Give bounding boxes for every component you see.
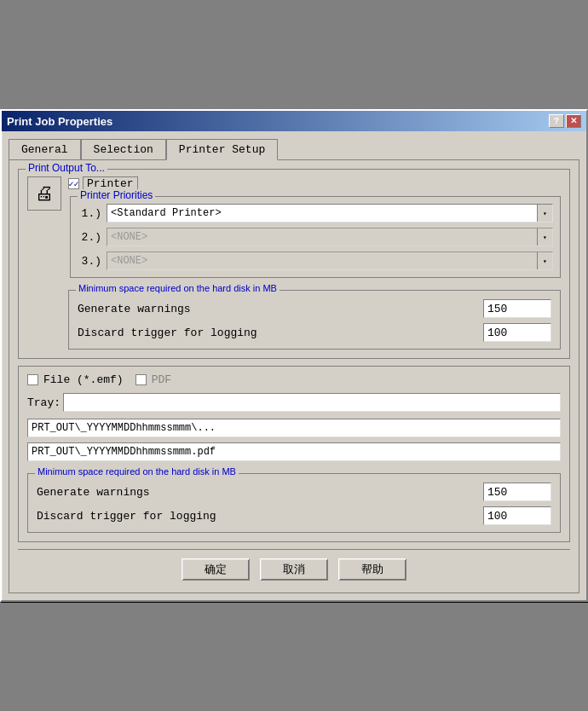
tab-printer-setup[interactable]: Printer Setup [166,139,278,160]
tray-row: Tray: [27,393,561,412]
file-checkbox-label: File (*.emf) [43,373,124,386]
generate-warnings-input-1[interactable] [483,299,551,318]
discard-trigger-input-1[interactable] [483,323,551,342]
generate-warnings-label-2: Generate warnings [37,486,483,499]
priority-3-select-wrapper: <NONE> ▾ [107,251,553,270]
discard-trigger-label-2: Discard trigger for logging [37,510,483,523]
min-space-group-1: Minimum space required on the hard disk … [68,290,561,350]
printer-priorities-group: Printer Priorities 1.) <Standard Printer… [70,196,561,278]
print-output-section: Print Output To... 🖨 ✓ Printer [18,169,570,359]
tray-input[interactable] [63,393,561,412]
discard-trigger-input-2[interactable] [483,506,551,525]
priority-2-label: 2.) [78,231,101,244]
priority-1-select-wrapper: <Standard Printer> ▾ [107,204,553,223]
title-bar: Print Job Properties ? ✕ [2,111,586,131]
section-top: 🖨 ✓ Printer Printer Priorities [27,176,561,350]
file-checkbox-row: File (*.emf) PDF [27,373,561,386]
file-section: File (*.emf) PDF Tray: Minimum space req… [18,366,570,542]
priority-1-label: 1.) [78,207,101,220]
tab-general[interactable]: General [9,139,81,160]
generate-warnings-row-1: Generate warnings [78,299,551,318]
printer-icon: 🖨 [35,182,54,205]
file-checkbox[interactable] [27,374,38,385]
discard-trigger-label-1: Discard trigger for logging [78,327,483,339]
path-input-2[interactable] [27,442,561,461]
dialog: Print Job Properties ? ✕ General Selecti… [0,109,588,602]
priority-row-3: 3.) <NONE> ▾ [78,251,553,270]
bottom-buttons: 确定 取消 帮助 [18,549,570,584]
printer-icon-box: 🖨 [27,176,61,211]
tabs: General Selection Printer Setup [9,138,579,159]
priority-row-2: 2.) <NONE> ▾ [78,228,553,246]
pdf-checkbox[interactable] [135,374,147,385]
dialog-title: Print Job Properties [7,115,112,128]
help-btn[interactable]: 帮助 [338,558,406,581]
ok-button[interactable]: 确定 [182,558,250,581]
generate-warnings-row-2: Generate warnings [37,483,551,501]
close-button[interactable]: ✕ [566,114,581,128]
pdf-checkbox-label: PDF [152,373,171,386]
help-button[interactable]: ? [549,114,564,128]
title-bar-buttons: ? ✕ [549,114,581,128]
dialog-body: General Selection Printer Setup Print Ou… [2,131,586,600]
priority-1-select[interactable]: <Standard Printer> [107,204,553,223]
generate-warnings-input-2[interactable] [483,483,551,501]
priority-3-select[interactable]: <NONE> [107,251,553,270]
tab-selection[interactable]: Selection [81,139,166,160]
priority-2-select[interactable]: <NONE> [107,228,553,246]
print-output-title: Print Output To... [26,162,107,174]
generate-warnings-label-1: Generate warnings [78,303,483,315]
cancel-button[interactable]: 取消 [260,558,328,581]
printer-right: ✓ Printer Printer Priorities 1.) [68,176,561,350]
priority-row-1: 1.) <Standard Printer> ▾ [78,204,553,223]
printer-priorities-title: Printer Priorities [78,189,155,201]
priority-2-select-wrapper: <NONE> ▾ [107,228,553,246]
discard-trigger-row-2: Discard trigger for logging [37,506,551,525]
min-space-title-1: Minimum space required on the hard disk … [76,283,280,293]
min-space-title-2: Minimum space required on the hard disk … [35,466,239,477]
priority-3-label: 3.) [78,255,101,268]
min-space-group-2: Minimum space required on the hard disk … [27,473,561,533]
printer-checkbox[interactable]: ✓ [68,178,79,189]
discard-trigger-row-1: Discard trigger for logging [78,323,551,342]
tab-content-printer-setup: Print Output To... 🖨 ✓ Printer [9,159,579,593]
tray-label: Tray: [27,396,58,409]
path-input-1[interactable] [27,419,561,437]
